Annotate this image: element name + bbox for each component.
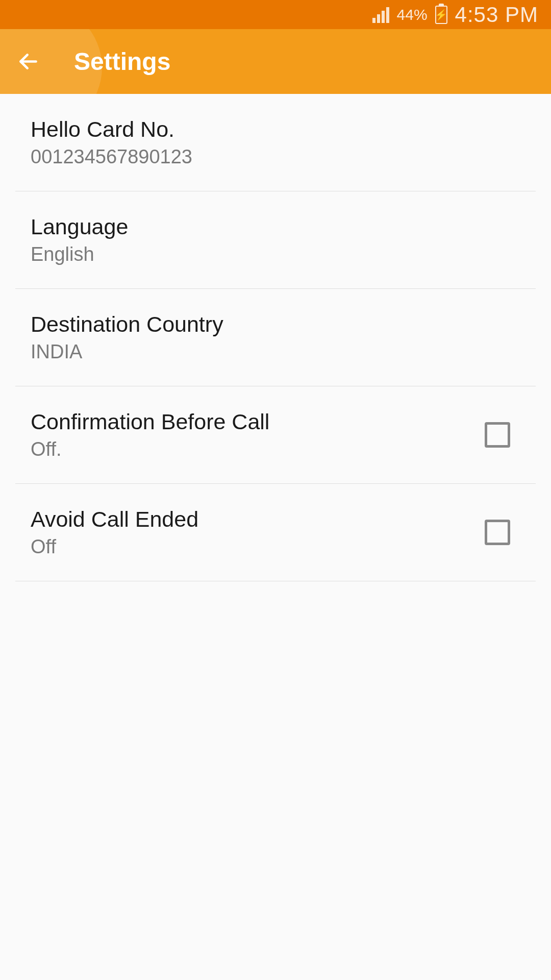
status-bar: 44% ⚡ 4:53 PM [0,0,551,29]
back-button[interactable] [0,29,56,94]
settings-list: Hello Card No. 001234567890123 Language … [0,94,551,581]
status-time-label: 4:53 PM [455,3,538,27]
avoid-call-ended-checkbox[interactable] [485,520,510,545]
settings-item-title: Hello Card No. [31,117,520,142]
settings-item-confirmation-before-call[interactable]: Confirmation Before Call Off. [15,386,536,484]
page-title: Settings [74,47,170,76]
battery-charging-icon: ⚡ [435,6,447,24]
app-bar: Settings [0,29,551,94]
settings-item-destination-country[interactable]: Destination Country INDIA [15,289,536,386]
settings-item-title: Language [31,214,520,239]
battery-percent-label: 44% [397,6,428,23]
settings-item-title: Confirmation Before Call [31,409,485,434]
settings-item-card-no[interactable]: Hello Card No. 001234567890123 [15,94,536,191]
settings-item-language[interactable]: Language English [15,191,536,289]
settings-item-value: Off. [31,438,485,460]
settings-item-value: 001234567890123 [31,146,520,168]
settings-item-value: INDIA [31,341,520,363]
arrow-left-icon [17,50,40,73]
settings-item-title: Avoid Call Ended [31,507,485,532]
settings-item-value: English [31,243,520,265]
settings-item-avoid-call-ended[interactable]: Avoid Call Ended Off [15,484,536,581]
settings-item-value: Off [31,536,485,558]
confirmation-checkbox[interactable] [485,422,510,448]
settings-item-title: Destination Country [31,312,520,337]
signal-icon [372,7,389,23]
